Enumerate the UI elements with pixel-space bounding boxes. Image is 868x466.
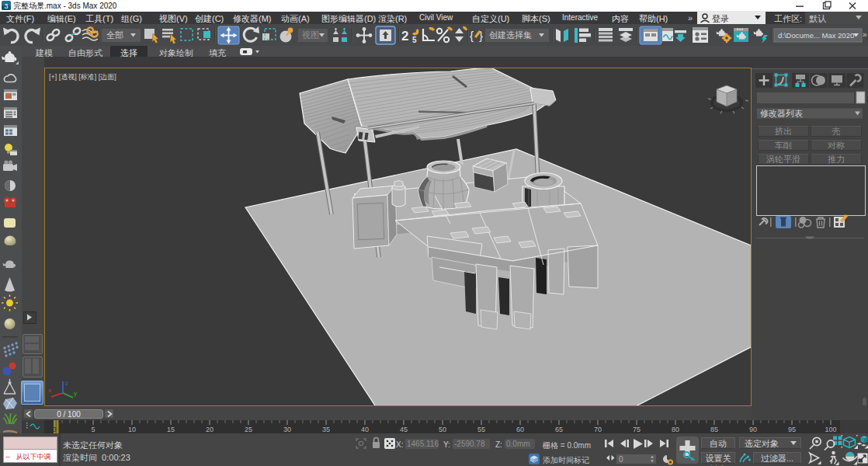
svg-text:z: z — [65, 380, 68, 387]
svg-text:50: 50 — [439, 426, 446, 433]
svg-text:创建选择集: 创建选择集 — [489, 30, 532, 40]
svg-text:5: 5 — [412, 36, 417, 44]
svg-text:35: 35 — [322, 426, 330, 433]
svg-text:75: 75 — [633, 426, 641, 433]
svg-text:0: 0 — [619, 455, 623, 464]
svg-text:全部: 全部 — [106, 30, 123, 40]
svg-text:30: 30 — [283, 426, 291, 433]
svg-text:65: 65 — [555, 426, 563, 433]
svg-text:60: 60 — [516, 426, 524, 433]
svg-text:20: 20 — [206, 426, 214, 433]
svg-text:55: 55 — [477, 426, 485, 433]
svg-text:10: 10 — [128, 426, 136, 433]
svg-text:3: 3 — [4, 2, 8, 10]
svg-text:70: 70 — [594, 426, 602, 433]
svg-text:95: 95 — [788, 426, 796, 433]
svg-text:»: » — [863, 30, 867, 39]
svg-text:25: 25 — [245, 426, 252, 433]
svg-text:100: 100 — [825, 426, 836, 433]
svg-text:45: 45 — [400, 426, 408, 433]
svg-text:x: x — [48, 387, 51, 394]
svg-text:2: 2 — [401, 29, 408, 43]
svg-text:15: 15 — [167, 426, 175, 433]
svg-text:y: y — [74, 390, 77, 397]
svg-text:视图: 视图 — [302, 30, 319, 40]
svg-text:80: 80 — [672, 426, 679, 433]
svg-text:修改器列表: 修改器列表 — [760, 109, 803, 118]
svg-text:{: { — [470, 29, 474, 42]
svg-text:85: 85 — [710, 426, 718, 433]
svg-text:5: 5 — [91, 426, 95, 433]
svg-text:d:\Docume... Max 2020: d:\Docume... Max 2020 — [778, 31, 854, 40]
svg-text:}: } — [479, 29, 483, 42]
svg-text:90: 90 — [749, 426, 757, 433]
svg-text:0: 0 — [52, 426, 56, 433]
svg-text:40: 40 — [361, 426, 369, 433]
